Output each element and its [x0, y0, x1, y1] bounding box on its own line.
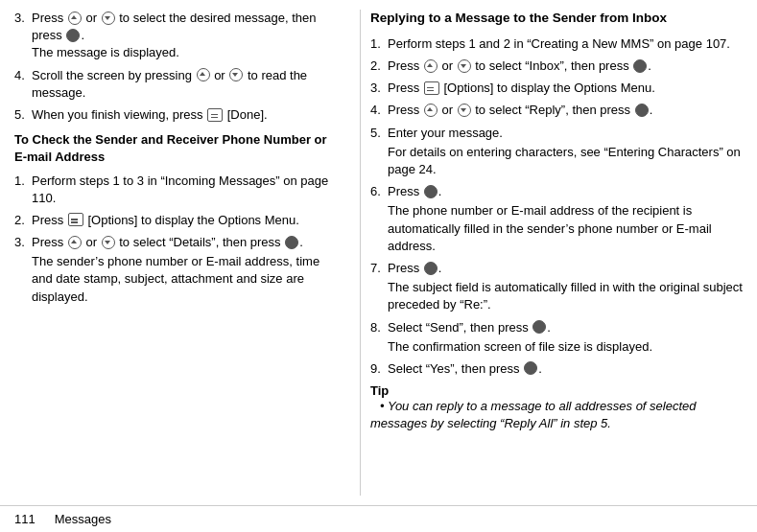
list-content: Perform steps 1 and 2 in “Creating a New…: [388, 35, 743, 53]
list-content: Scroll the screen by pressing or to read…: [32, 67, 341, 102]
tip-label: Tip: [370, 383, 389, 398]
list-content: Press [Options] to display the Options M…: [388, 80, 743, 97]
footer-section-label: Messages: [55, 512, 111, 526]
list-item: 4. Scroll the screen by pressing or to r…: [14, 67, 341, 102]
list-num: 7.: [370, 260, 388, 314]
left-column: 3. Press or to select the desired messag…: [14, 10, 360, 496]
list-num: 4.: [14, 67, 32, 102]
list-item: 3. Press or to select the desired messag…: [14, 10, 341, 62]
list-content: Press or to select “Inbox”, then press .: [388, 58, 743, 75]
list-num: 8.: [370, 319, 388, 356]
list-num: 1.: [14, 173, 32, 207]
tip-text: • You can reply to a message to all addr…: [370, 399, 697, 430]
list-content: When you finish viewing, press [Done].: [32, 106, 341, 124]
right-heading: Replying to a Message to the Sender from…: [370, 10, 743, 28]
list-item: 3. Press or to select “Details”, then pr…: [14, 234, 341, 306]
enter-icon: [633, 59, 647, 73]
list-num: 4.: [370, 102, 388, 119]
up-icon: [424, 59, 438, 73]
enter-icon: [66, 29, 80, 42]
list-content: Press [Options] to display the Options M…: [32, 212, 341, 229]
list-content: Press or to select the desired message, …: [32, 10, 341, 62]
list-num: 6.: [370, 183, 388, 255]
func-icon: [207, 108, 223, 122]
list-item: 5. Enter your message. For details on en…: [370, 125, 743, 179]
list-content: Perform steps 1 to 3 in “Incoming Messag…: [32, 173, 341, 207]
left-list-main: 3. Press or to select the desired messag…: [14, 10, 341, 124]
list-item: 5. When you finish viewing, press [Done]…: [14, 106, 341, 124]
list-content: Press . The subject field is automatical…: [388, 260, 743, 314]
list-num: 3.: [14, 10, 32, 62]
down-icon: [102, 236, 115, 249]
list-num: 5.: [14, 106, 32, 124]
list-content: Enter your message. For details on enter…: [388, 125, 743, 179]
list-content: Select “Yes”, then press .: [388, 360, 743, 378]
list-item: 4. Press or to select “Reply”, then pres…: [370, 102, 743, 119]
list-item: 9. Select “Yes”, then press .: [370, 360, 743, 378]
content-area: 3. Press or to select the desired messag…: [0, 0, 757, 505]
list-content: Press . The phone number or E-mail addre…: [388, 183, 743, 255]
page-container: 3. Press or to select the desired messag…: [0, 0, 757, 532]
down-icon: [229, 68, 243, 81]
list-content: Press or to select “Reply”, then press .: [388, 102, 743, 119]
list-item: 2. Press [Options] to display the Option…: [14, 212, 341, 229]
up-icon: [68, 236, 82, 249]
list-item: 3. Press [Options] to display the Option…: [370, 80, 743, 97]
up-icon: [197, 68, 210, 81]
list-num: 2.: [14, 212, 32, 229]
up-icon: [68, 12, 82, 25]
tip-section: Tip • You can reply to a message to all …: [370, 383, 743, 432]
up-icon: [424, 104, 438, 117]
list-item: 1. Perform steps 1 to 3 in “Incoming Mes…: [14, 173, 341, 207]
list-item: 8. Select “Send”, then press . The confi…: [370, 319, 743, 356]
func-icon: [424, 81, 439, 95]
list-item: 6. Press . The phone number or E-mail ad…: [370, 183, 743, 255]
list-item: 1. Perform steps 1 and 2 in “Creating a …: [370, 35, 743, 53]
func-icon: [68, 213, 83, 226]
section-heading: To Check the Sender and Receiver Phone N…: [14, 131, 341, 166]
enter-icon: [424, 262, 438, 275]
footer-page-number: 111: [14, 512, 35, 526]
enter-icon: [635, 104, 649, 117]
list-num: 5.: [370, 125, 388, 179]
footer-bar: 111 Messages: [0, 505, 757, 532]
right-column: Replying to a Message to the Sender from…: [360, 10, 743, 496]
list-num: 2.: [370, 58, 388, 75]
list-content: Select “Send”, then press . The confirma…: [388, 319, 743, 356]
list-num: 1.: [370, 35, 388, 53]
enter-icon: [285, 236, 298, 249]
list-num: 9.: [370, 360, 388, 378]
right-list: 1. Perform steps 1 and 2 in “Creating a …: [370, 35, 743, 378]
list-num: 3.: [370, 80, 388, 97]
enter-icon: [424, 185, 438, 198]
list-item: 7. Press . The subject field is automati…: [370, 260, 743, 314]
down-icon: [102, 12, 115, 25]
left-list-section: 1. Perform steps 1 to 3 in “Incoming Mes…: [14, 173, 341, 306]
enter-icon: [524, 361, 537, 375]
list-content: Press or to select “Details”, then press…: [32, 234, 341, 306]
down-icon: [458, 59, 471, 73]
enter-icon: [532, 320, 546, 334]
list-item: 2. Press or to select “Inbox”, then pres…: [370, 58, 743, 75]
list-num: 3.: [14, 234, 32, 306]
down-icon: [458, 104, 471, 117]
